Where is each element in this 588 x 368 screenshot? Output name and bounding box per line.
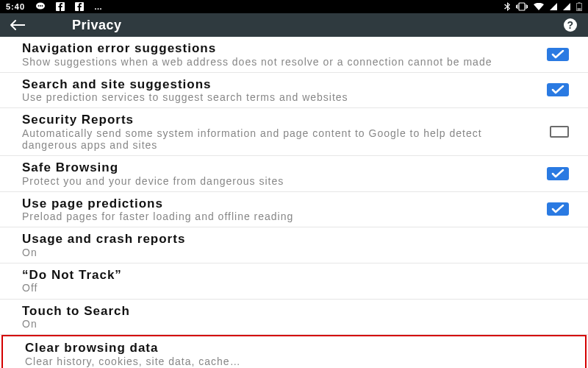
setting-subtitle: Show suggestions when a web address does… bbox=[22, 56, 532, 68]
svg-point-3 bbox=[42, 5, 43, 7]
signal-icon bbox=[550, 3, 557, 10]
setting-subtitle: On bbox=[22, 318, 554, 330]
setting-title: “Do Not Track” bbox=[22, 268, 554, 283]
setting-row-search-site[interactable]: Search and site suggestionsUse predictio… bbox=[0, 73, 588, 109]
setting-subtitle: Off bbox=[22, 282, 554, 294]
setting-title: Usage and crash reports bbox=[22, 232, 554, 247]
svg-rect-9 bbox=[578, 8, 581, 10]
setting-row-page-predictions[interactable]: Use page predictionsPreload pages for fa… bbox=[0, 192, 588, 228]
facebook-icon bbox=[75, 2, 84, 11]
setting-title: Safe Browsing bbox=[22, 160, 532, 175]
setting-title: Search and site suggestions bbox=[22, 77, 532, 92]
vibrate-icon bbox=[516, 2, 528, 11]
setting-subtitle: Use prediction services to suggest searc… bbox=[22, 91, 532, 103]
setting-title: Clear browsing data bbox=[25, 341, 551, 355]
setting-row-safe-browsing[interactable]: Safe BrowsingProtect you and your device… bbox=[0, 156, 588, 192]
setting-title: Security Reports bbox=[22, 113, 535, 127]
setting-checkbox-search-site[interactable] bbox=[547, 83, 569, 96]
setting-title: Use page predictions bbox=[22, 197, 532, 211]
setting-text: Navigation error suggestionsShow suggest… bbox=[22, 41, 547, 68]
svg-text:?: ? bbox=[567, 19, 573, 31]
setting-row-touch-search[interactable]: Touch to SearchOn bbox=[0, 300, 588, 336]
setting-subtitle: Protect you and your device from dangero… bbox=[22, 175, 532, 187]
more-icon: … bbox=[94, 2, 103, 11]
setting-text: Clear browsing dataClear history, cookie… bbox=[25, 341, 566, 367]
page-title: Privacy bbox=[35, 18, 562, 33]
back-button[interactable] bbox=[9, 19, 35, 31]
status-bar: 5:40 … bbox=[0, 0, 588, 13]
setting-title: Navigation error suggestions bbox=[22, 41, 532, 56]
setting-text: Security ReportsAutomatically send some … bbox=[22, 113, 550, 151]
setting-checkbox-page-predictions[interactable] bbox=[547, 202, 569, 216]
setting-subtitle: Preload pages for faster loading and off… bbox=[22, 210, 532, 222]
setting-subtitle: On bbox=[22, 247, 554, 258]
setting-subtitle: Automatically send some system informati… bbox=[22, 127, 535, 151]
app-bar: Privacy ? bbox=[0, 13, 588, 37]
setting-text: Usage and crash reportsOn bbox=[22, 232, 569, 258]
setting-row-clear-data[interactable]: Clear browsing dataClear history, cookie… bbox=[1, 335, 587, 368]
svg-point-1 bbox=[38, 5, 40, 7]
setting-row-security-reports[interactable]: Security ReportsAutomatically send some … bbox=[0, 108, 588, 156]
settings-list: Navigation error suggestionsShow suggest… bbox=[0, 37, 588, 368]
setting-text: Search and site suggestionsUse predictio… bbox=[22, 77, 547, 104]
setting-text: Safe BrowsingProtect you and your device… bbox=[22, 160, 547, 187]
setting-title: Touch to Search bbox=[22, 304, 554, 319]
status-time: 5:40 bbox=[6, 2, 25, 11]
svg-point-2 bbox=[40, 5, 41, 7]
setting-checkbox-security-reports[interactable] bbox=[550, 126, 569, 138]
battery-icon bbox=[576, 2, 582, 11]
setting-checkbox-safe-browsing[interactable] bbox=[547, 167, 569, 180]
signal-icon bbox=[563, 3, 570, 10]
setting-text: Use page predictionsPreload pages for fa… bbox=[22, 197, 547, 223]
setting-checkbox-nav-error[interactable] bbox=[547, 48, 569, 61]
svg-rect-6 bbox=[519, 3, 525, 10]
wifi-icon bbox=[534, 3, 544, 10]
setting-text: “Do Not Track”Off bbox=[22, 268, 569, 294]
facebook-icon bbox=[56, 2, 65, 11]
bluetooth-icon bbox=[504, 2, 510, 11]
setting-row-nav-error[interactable]: Navigation error suggestionsShow suggest… bbox=[0, 37, 588, 73]
help-button[interactable]: ? bbox=[562, 16, 579, 34]
setting-text: Touch to SearchOn bbox=[22, 304, 569, 330]
setting-row-do-not-track[interactable]: “Do Not Track”Off bbox=[0, 263, 588, 300]
setting-subtitle: Clear history, cookies, site data, cache… bbox=[25, 355, 551, 367]
chat-icon bbox=[35, 2, 46, 11]
setting-row-usage-crash[interactable]: Usage and crash reportsOn bbox=[0, 227, 588, 263]
